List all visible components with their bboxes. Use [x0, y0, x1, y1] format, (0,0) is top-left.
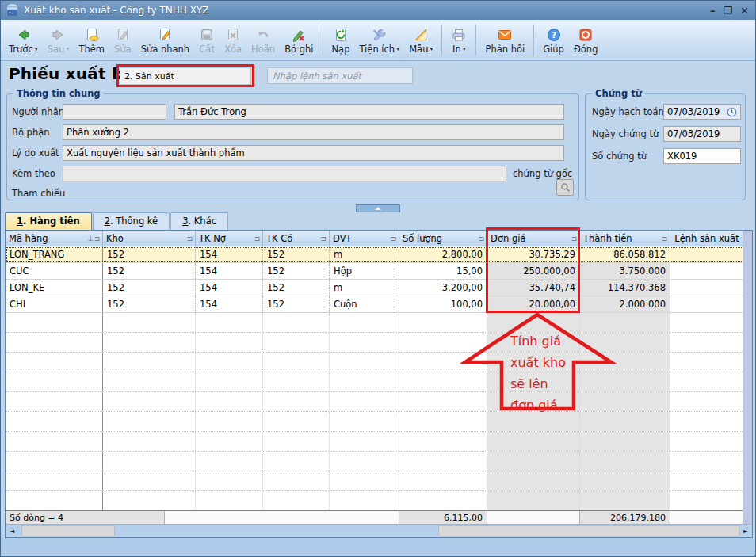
cell[interactable]: 152 — [263, 246, 330, 262]
column-header-8[interactable]: Thành tiền⊐ — [580, 231, 670, 246]
cell[interactable]: 3.750.000 — [580, 263, 670, 279]
toolbar-button-add[interactable]: Thêm — [74, 21, 109, 59]
toolbar-button-utilities[interactable]: Tiện ích▾ — [354, 21, 404, 59]
cell[interactable] — [670, 280, 743, 296]
empty-row — [6, 313, 752, 333]
cell[interactable]: 152 — [263, 280, 330, 296]
empty-cell — [196, 372, 263, 391]
cell[interactable]: 2.800,00 — [399, 246, 487, 262]
receiver-code-field[interactable] — [63, 104, 166, 120]
cell[interactable]: 30.735,29 — [487, 246, 580, 262]
toolbar-button-reload[interactable]: Nạp — [327, 21, 355, 59]
attach-field[interactable] — [63, 166, 506, 181]
maximize-button[interactable]: ❐ — [723, 6, 732, 16]
table-row[interactable]: LON_TRANG152154152m2.800,0030.735,2986.0… — [6, 246, 752, 263]
column-header-1[interactable]: Mã hàng⊥⊐ — [6, 231, 103, 246]
cell[interactable]: 154 — [196, 263, 263, 279]
toolbar-button-template[interactable]: Mẫu▾ — [404, 21, 437, 59]
cell[interactable]: 152 — [103, 263, 196, 279]
voucher-type-combo[interactable]: 2. Sản xuất — [120, 67, 251, 85]
cell[interactable]: LON_KE — [6, 280, 103, 296]
cell[interactable]: 250.000,00 — [487, 263, 580, 279]
doc-no-field[interactable]: XK019 — [663, 148, 741, 164]
empty-cell — [196, 412, 263, 431]
column-header-2[interactable]: Kho⊐ — [103, 231, 196, 246]
pin-icon: ⊐ — [186, 235, 193, 242]
table-row[interactable]: CHI152154152Cuộn100,0020.000,002.000.000 — [6, 296, 752, 313]
cell[interactable]: 15,00 — [399, 263, 487, 279]
minimize-button[interactable]: – — [710, 6, 716, 16]
tab-hang-tien[interactable]: 1. Hàng tiền — [5, 212, 92, 230]
empty-cell — [6, 412, 103, 431]
toolbar-button-help[interactable]: ?Giúp — [538, 21, 569, 59]
cell[interactable]: 20.000,00 — [487, 296, 580, 312]
toolbar-button-back[interactable]: Trước▾ — [4, 21, 43, 59]
toolbar-button-unpost[interactable]: Bỏ ghi — [280, 21, 318, 59]
cell[interactable]: 152 — [103, 280, 196, 296]
cell[interactable]: 152 — [263, 263, 330, 279]
scrollbar-thumb-right[interactable] — [438, 525, 739, 536]
toolbar-button-feedback[interactable]: Phản hồi — [480, 21, 529, 59]
tab-thong-ke[interactable]: 2. Thống kê — [93, 212, 170, 230]
empty-cell — [399, 333, 487, 352]
reference-search-button[interactable] — [556, 179, 574, 196]
cell[interactable]: 35.740,74 — [487, 280, 580, 296]
cell[interactable]: m — [330, 280, 399, 296]
column-header-5[interactable]: ĐVT⊐ — [330, 231, 399, 246]
toolbar-button-quick-edit[interactable]: Sửa nhanh — [136, 21, 195, 59]
cell[interactable]: 3.200,00 — [399, 280, 487, 296]
empty-cell — [670, 353, 743, 372]
cell[interactable]: 114.370.368 — [580, 280, 670, 296]
cell[interactable] — [670, 296, 743, 312]
empty-cell — [487, 372, 580, 391]
reason-field[interactable]: Xuất nguyên liệu sản xuất thành phẩm — [63, 145, 564, 161]
cell[interactable]: Hộp — [330, 263, 399, 279]
cell[interactable]: 152 — [263, 296, 330, 312]
empty-cell — [487, 491, 580, 510]
horizontal-scrollbar[interactable]: ◄ ► — [6, 524, 752, 537]
cell[interactable]: LON_TRANG — [6, 246, 103, 262]
receiver-name-field[interactable]: Trần Đức Trọng — [174, 104, 564, 120]
cell[interactable]: Cuộn — [330, 296, 399, 312]
column-header-7[interactable]: Đơn giá⊐ — [487, 231, 580, 246]
quick-edit-icon — [157, 27, 173, 43]
cell[interactable] — [670, 246, 743, 262]
toolbar-button-close[interactable]: Đóng — [569, 21, 603, 59]
cell[interactable]: 152 — [103, 246, 196, 262]
column-header-9[interactable]: Lệnh sản xuất — [670, 231, 743, 246]
cell[interactable] — [670, 263, 743, 279]
column-header-6[interactable]: Số lượng⊐ — [399, 231, 487, 246]
close-button[interactable]: ✕ — [740, 6, 749, 16]
collapse-splitter[interactable] — [356, 204, 400, 212]
tab-khac[interactable]: 3. Khác — [170, 212, 228, 230]
cell[interactable]: 154 — [196, 296, 263, 312]
resize-grip[interactable] — [751, 552, 753, 554]
toolbar-button-print[interactable]: In▾ — [446, 21, 472, 59]
cell[interactable]: 86.058.812 — [580, 246, 670, 262]
doc-date-field[interactable]: 07/03/2019 — [663, 126, 741, 142]
empty-cell — [6, 452, 103, 471]
scroll-right-button[interactable]: ► — [739, 525, 752, 537]
column-header-3[interactable]: TK Nợ⊐ — [196, 231, 263, 246]
vertical-scrollbar[interactable] — [743, 231, 752, 524]
cell[interactable]: CHI — [6, 296, 103, 312]
cell[interactable]: 154 — [196, 280, 263, 296]
date-picker-button[interactable] — [724, 105, 739, 119]
toolbar-label: Sửa nhanh — [141, 44, 190, 55]
column-header-label: Mã hàng — [9, 233, 48, 244]
cell[interactable]: 2.000.000 — [580, 296, 670, 312]
column-header-label: ĐVT — [333, 233, 352, 244]
column-header-4[interactable]: TK Có⊐ — [263, 231, 330, 246]
table-row[interactable]: CUC152154152Hộp15,00250.000,003.750.000 — [6, 263, 752, 280]
department-field[interactable]: Phân xưởng 2 — [63, 124, 564, 140]
cell[interactable]: 154 — [196, 246, 263, 262]
cell[interactable]: 152 — [103, 296, 196, 312]
table-row[interactable]: LON_KE152154152m3.200,0035.740,74114.370… — [6, 280, 752, 296]
cell[interactable]: 100,00 — [399, 296, 487, 312]
pin-icon: ⊐ — [661, 235, 667, 242]
scrollbar-thumb-left[interactable] — [21, 525, 115, 536]
empty-cell — [6, 392, 103, 411]
scroll-left-button[interactable]: ◄ — [6, 525, 18, 537]
cell[interactable]: m — [330, 246, 399, 262]
cell[interactable]: CUC — [6, 263, 103, 279]
